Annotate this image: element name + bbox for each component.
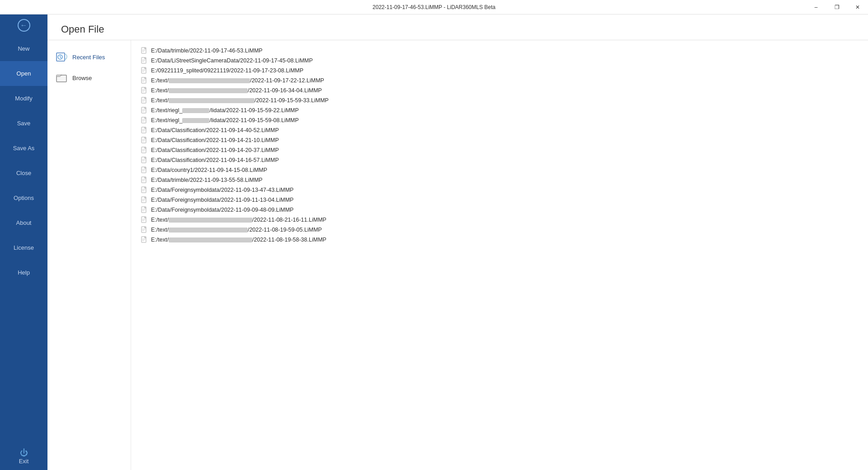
sidebar-back-button[interactable]: ← — [0, 14, 47, 36]
file-entry[interactable]: E:/Data/trimble/2022-11-09-17-46-53.LiMM… — [140, 46, 859, 56]
file-entry[interactable]: E:/text/riegl_/lidata/2022-11-09-15-59-2… — [140, 105, 859, 115]
sidebar-item-save-as[interactable]: Save As — [0, 136, 47, 161]
file-icon — [141, 87, 147, 94]
file-entry[interactable]: E:/text//2022-11-08-21-16-11.LiMMP — [140, 215, 859, 225]
main-content: Open File Recent Files — [47, 14, 868, 470]
file-icon — [141, 57, 147, 64]
file-entry[interactable]: E:/Data/trimble/2022-11-09-13-55-58.LiMM… — [140, 175, 859, 185]
exit-label: Exit — [19, 458, 29, 465]
sidebar-item-options[interactable]: Options — [0, 185, 47, 210]
file-entry[interactable]: E:/Data/Classification/2022-11-09-14-16-… — [140, 155, 859, 165]
close-button[interactable]: ✕ — [847, 0, 868, 14]
file-icon — [141, 157, 147, 164]
sidebar-item-open[interactable]: Open — [0, 61, 47, 86]
inner-layout: Recent Files Browse — [47, 40, 868, 470]
browse-label: Browse — [72, 75, 92, 81]
file-entry[interactable]: E:/Data/Foreignsymboldata/2022-11-09-11-… — [140, 195, 859, 205]
title-bar: 2022-11-09-17-46-53.LiMMP - LiDAR360MLS … — [0, 0, 868, 14]
file-icon — [141, 216, 147, 223]
recent-files-button[interactable]: Recent Files — [54, 49, 124, 65]
page-title: Open File — [61, 24, 854, 35]
file-icon — [141, 196, 147, 204]
file-entry[interactable]: E:/09221119_splited/09221119/2022-11-09-… — [140, 66, 859, 76]
file-icon — [141, 97, 147, 104]
file-icon — [141, 236, 147, 243]
file-entry[interactable]: E:/Data/Foreignsymboldata/2022-11-09-13-… — [140, 185, 859, 195]
sidebar-item-exit[interactable]: ⏻ Exit — [0, 443, 47, 470]
file-list: E:/Data/trimble/2022-11-09-17-46-53.LiMM… — [131, 40, 868, 470]
sidebar-item-about[interactable]: About — [0, 210, 47, 235]
sidebar: ← NewOpenModifySaveSave AsCloseOptionsAb… — [0, 14, 47, 470]
svg-rect-3 — [57, 75, 61, 76]
sidebar-item-new[interactable]: New — [0, 36, 47, 61]
file-entry[interactable]: E:/text//2022-11-09-15-59-33.LiMMP — [140, 95, 859, 105]
sidebar-item-modify[interactable]: Modify — [0, 86, 47, 111]
sidebar-item-close[interactable]: Close — [0, 161, 47, 185]
file-entry[interactable]: E:/Data/LiStreetSingleCameraData/2022-11… — [140, 56, 859, 66]
file-icon — [141, 117, 147, 124]
file-entry[interactable]: E:/Data/Classification/2022-11-09-14-20-… — [140, 145, 859, 155]
file-icon — [141, 147, 147, 154]
file-icon — [141, 107, 147, 114]
file-icon — [141, 176, 147, 184]
left-panel: Recent Files Browse — [47, 40, 131, 470]
browse-icon — [56, 73, 68, 83]
file-icon — [141, 67, 147, 74]
file-entry[interactable]: E:/text//2022-11-09-17-22-12.LiMMP — [140, 76, 859, 85]
recent-files-icon — [56, 52, 68, 62]
recent-files-label: Recent Files — [72, 54, 105, 61]
power-icon: ⏻ — [20, 448, 28, 458]
sidebar-item-license[interactable]: License — [0, 235, 47, 260]
file-entry[interactable]: E:/text//2022-11-08-19-58-38.LiMMP — [140, 235, 859, 245]
file-icon — [141, 47, 147, 54]
window-controls: – ❐ ✕ — [806, 0, 868, 14]
file-icon — [141, 186, 147, 194]
back-arrow-icon: ← — [18, 19, 30, 32]
maximize-button[interactable]: ❐ — [826, 0, 847, 14]
file-entry[interactable]: E:/text//2022-11-08-19-59-05.LiMMP — [140, 225, 859, 235]
file-entry[interactable]: E:/Data/Foreignsymboldata/2022-11-09-09-… — [140, 205, 859, 215]
file-icon — [141, 77, 147, 84]
minimize-button[interactable]: – — [806, 0, 826, 14]
sidebar-item-save[interactable]: Save — [0, 111, 47, 136]
file-icon — [141, 206, 147, 214]
app-body: ← NewOpenModifySaveSave AsCloseOptionsAb… — [0, 14, 868, 470]
file-icon — [141, 226, 147, 233]
file-entry[interactable]: E:/Data/country1/2022-11-09-14-15-08.LiM… — [140, 165, 859, 175]
sidebar-item-help[interactable]: Help — [0, 260, 47, 285]
file-entry[interactable]: E:/Data/Classification/2022-11-09-14-21-… — [140, 135, 859, 145]
file-icon — [141, 137, 147, 144]
file-entry[interactable]: E:/text//2022-11-09-16-34-04.LiMMP — [140, 85, 859, 95]
file-entry[interactable]: E:/text/riegl_/lidata/2022-11-09-15-59-0… — [140, 115, 859, 125]
file-entry[interactable]: E:/Data/Classification/2022-11-09-14-40-… — [140, 125, 859, 135]
file-icon — [141, 127, 147, 134]
file-icon — [141, 166, 147, 174]
window-title: 2022-11-09-17-46-53.LiMMP - LiDAR360MLS … — [373, 4, 495, 10]
page-header: Open File — [47, 14, 868, 40]
browse-button[interactable]: Browse — [54, 70, 124, 85]
